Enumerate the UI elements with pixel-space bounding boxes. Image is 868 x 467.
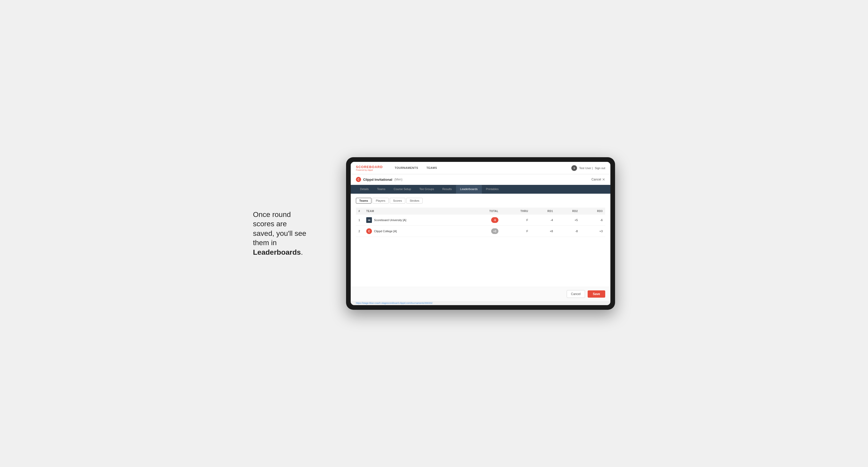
thru-2: F	[501, 226, 531, 237]
filter-teams[interactable]: Teams	[356, 198, 371, 204]
tab-tee-groups[interactable]: Tee Groups	[415, 185, 438, 194]
team-name-1: Scoreboard University [A]	[374, 218, 406, 222]
top-nav: SCOREBOARD Powered by clippd TOURNAMENTS…	[351, 162, 610, 174]
url-text: https://stage-blue-coach.stagescoreboard…	[356, 302, 432, 304]
thru-1: F	[501, 215, 531, 226]
tab-course-setup[interactable]: Course Setup	[390, 185, 415, 194]
desc-line5-bold: Leaderboards	[253, 248, 301, 256]
score-badge-1: -5	[491, 217, 498, 223]
nav-tournaments[interactable]: TOURNAMENTS	[391, 162, 422, 174]
total-1: -5	[468, 215, 501, 226]
leaderboard-table: # TEAM TOTAL THRU RD1 RD2 RD3 1	[356, 208, 605, 237]
team-logo-2: C	[366, 228, 372, 234]
powered-by-text: Powered by	[356, 169, 367, 171]
rank-2: 2	[356, 226, 364, 237]
cancel-x-button[interactable]: Cancel ✕	[591, 177, 605, 182]
team-logo-1: SB	[366, 217, 372, 223]
rd3-2: +3	[580, 226, 605, 237]
modal-footer: Cancel Save	[351, 287, 610, 301]
filter-players[interactable]: Players	[372, 198, 389, 204]
close-icon: ✕	[602, 177, 605, 182]
table-header: # TEAM TOTAL THRU RD1 RD2 RD3	[356, 208, 605, 215]
col-thru: THRU	[501, 208, 531, 215]
logo-score: SCORE	[356, 165, 369, 169]
rd1-1: -4	[531, 215, 556, 226]
tab-details[interactable]: Details	[356, 185, 373, 194]
filter-buttons: Teams Players Scores Strokes	[356, 198, 605, 204]
desc-line5-end: .	[301, 248, 303, 256]
tablet-screen: SCOREBOARD Powered by clippd TOURNAMENTS…	[351, 162, 610, 305]
rd3-1: -6	[580, 215, 605, 226]
table-body: 1 SB Scoreboard University [A] -5 F	[356, 215, 605, 237]
cancel-label: Cancel	[591, 178, 601, 181]
logo-area: SCOREBOARD Powered by clippd	[356, 165, 383, 171]
clippd-text: clippd	[367, 169, 373, 171]
logo-board: BOARD	[369, 165, 383, 169]
page-wrapper: Once round scores are saved, you'll see …	[253, 157, 615, 310]
content-area: Teams Players Scores Strokes # TEAM TOTA…	[351, 194, 610, 287]
tournament-gender: (Men)	[395, 178, 402, 181]
url-bar: https://stage-blue-coach.stagescoreboard…	[351, 301, 610, 305]
col-team: TEAM	[364, 208, 468, 215]
total-2: +3	[468, 226, 501, 237]
col-total: TOTAL	[468, 208, 501, 215]
logo-scoreboard: SCOREBOARD	[356, 165, 383, 169]
tournament-icon: C	[356, 177, 361, 182]
tournament-name: Clippd Invitational	[363, 178, 392, 182]
sign-out-link[interactable]: Sign out	[595, 166, 605, 169]
filter-scores[interactable]: Scores	[390, 198, 405, 204]
table-row: 1 SB Scoreboard University [A] -5 F	[356, 215, 605, 226]
filter-strokes[interactable]: Strokes	[406, 198, 423, 204]
col-rd2: RD2	[556, 208, 580, 215]
nav-links: TOURNAMENTS TEAMS	[391, 162, 571, 174]
desc-line2: scores are	[253, 220, 287, 228]
tablet-device: SCOREBOARD Powered by clippd TOURNAMENTS…	[346, 157, 615, 310]
footer-save-button[interactable]: Save	[588, 290, 605, 298]
rd2-2: -8	[556, 226, 580, 237]
left-description: Once round scores are saved, you'll see …	[253, 210, 331, 257]
col-rank: #	[356, 208, 364, 215]
nav-teams[interactable]: TEAMS	[422, 162, 441, 174]
team-cell-2: C Clippd College [A]	[364, 226, 468, 237]
team-name-2: Clippd College [A]	[374, 229, 397, 233]
tab-leaderboards[interactable]: Leaderboards	[456, 185, 482, 194]
tournament-info: C Clippd Invitational (Men)	[356, 177, 402, 182]
col-rd3: RD3	[580, 208, 605, 215]
tab-results[interactable]: Results	[438, 185, 456, 194]
footer-cancel-button[interactable]: Cancel	[567, 290, 585, 298]
sub-header: C Clippd Invitational (Men) Cancel ✕	[351, 174, 610, 185]
tab-printables[interactable]: Printables	[482, 185, 503, 194]
desc-line4: them in	[253, 239, 277, 247]
nav-right: S Test User | Sign out	[571, 165, 605, 171]
tab-navigation: Details Teams Course Setup Tee Groups Re…	[351, 185, 610, 194]
table-row: 2 C Clippd College [A] +3 F	[356, 226, 605, 237]
tab-teams[interactable]: Teams	[373, 185, 390, 194]
col-rd1: RD1	[531, 208, 556, 215]
rank-1: 1	[356, 215, 364, 226]
desc-line1: Once round	[253, 211, 291, 218]
logo-powered: Powered by clippd	[356, 169, 383, 171]
rd2-1: +5	[556, 215, 580, 226]
user-avatar: S	[571, 165, 577, 171]
team-cell-1: SB Scoreboard University [A]	[364, 215, 468, 226]
score-badge-2: +3	[491, 228, 498, 234]
user-name: Test User |	[579, 166, 593, 169]
desc-line3: saved, you'll see	[253, 229, 306, 238]
rd1-2: +8	[531, 226, 556, 237]
